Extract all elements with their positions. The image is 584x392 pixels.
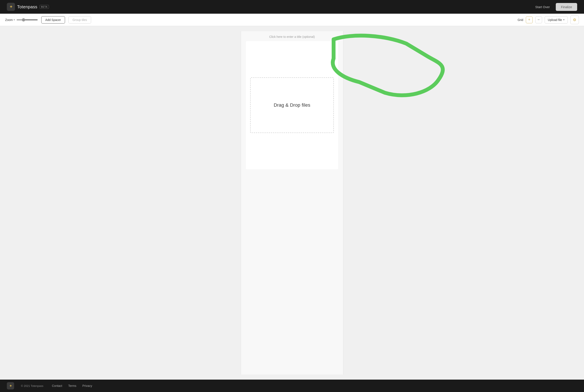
start-over-button[interactable]: Start Over xyxy=(533,4,552,10)
header-right: Start Over Finalize xyxy=(533,3,577,11)
toolbar: Zoom ▾ Add Spacer Group tiles Grid + − U… xyxy=(0,14,584,26)
card: Drag & Drop files xyxy=(246,41,338,169)
drop-zone-text: Drag & Drop files xyxy=(274,102,310,108)
footer-copyright: © 2021 Totenpass xyxy=(21,384,44,388)
header-left: ✦ Totenpass BETA xyxy=(7,3,49,11)
grid-label: Grid xyxy=(517,18,523,22)
footer: ✦ © 2021 Totenpass Contact Terms Privacy xyxy=(0,380,584,392)
header: ✦ Totenpass BETA Start Over Finalize xyxy=(0,0,584,14)
upload-chevron-icon: ▾ xyxy=(563,18,564,21)
grid-minus-button[interactable]: − xyxy=(535,16,542,23)
zoom-label[interactable]: Zoom ▾ xyxy=(5,18,15,22)
footer-link-terms[interactable]: Terms xyxy=(68,384,76,388)
drop-zone[interactable]: Drag & Drop files xyxy=(250,77,334,133)
title-placeholder[interactable]: Click here to enter a title (optional) xyxy=(241,31,343,41)
logo-text: Totenpass xyxy=(17,4,38,10)
footer-link-contact[interactable]: Contact xyxy=(52,384,62,388)
beta-badge: BETA xyxy=(40,5,49,9)
canvas-area: Click here to enter a title (optional) D… xyxy=(241,31,343,374)
grid-plus-button[interactable]: + xyxy=(526,16,533,23)
settings-button[interactable]: ⚙ xyxy=(570,16,579,24)
add-spacer-button[interactable]: Add Spacer xyxy=(41,16,65,24)
group-tiles-button[interactable]: Group tiles xyxy=(69,16,91,24)
footer-links: Contact Terms Privacy xyxy=(52,384,92,388)
footer-link-privacy[interactable]: Privacy xyxy=(82,384,92,388)
zoom-slider[interactable] xyxy=(17,20,38,20)
zoom-chevron-icon: ▾ xyxy=(14,18,15,21)
finalize-button[interactable]: Finalize xyxy=(556,3,577,11)
toolbar-right: Grid + − Upload file ▾ ⚙ xyxy=(517,16,579,24)
footer-logo-icon: ✦ xyxy=(7,382,14,390)
settings-icon: ⚙ xyxy=(573,18,576,22)
upload-file-button[interactable]: Upload file ▾ xyxy=(545,16,568,24)
main-content: Click here to enter a title (optional) D… xyxy=(0,26,584,380)
logo-icon: ✦ xyxy=(7,3,15,11)
zoom-control: Zoom ▾ xyxy=(5,18,38,22)
